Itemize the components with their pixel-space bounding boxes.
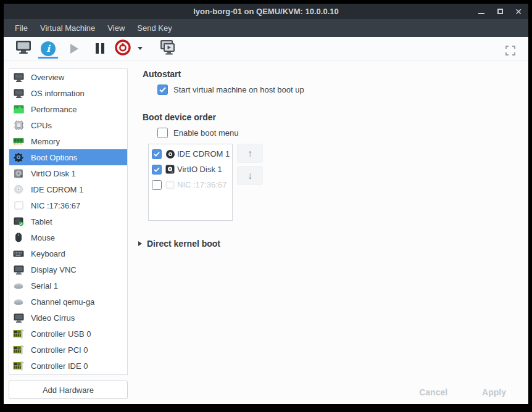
boot-device-row-nic-17-36-67[interactable]: NIC :17:36:67 <box>149 177 232 192</box>
sidebar-item-tablet[interactable]: Tablet <box>9 213 127 229</box>
boot-device-checkbox[interactable] <box>152 180 162 190</box>
check-icon <box>154 167 160 172</box>
sidebar-item-performance[interactable]: Performance <box>9 101 127 117</box>
menubar: File Virtual Machine View Send Key <box>4 19 528 37</box>
menu-file[interactable]: File <box>9 20 34 36</box>
sidebar-item-cpus[interactable]: CPUs <box>9 117 127 133</box>
sidebar-item-label: Overview <box>31 73 64 82</box>
disk-dark-icon <box>165 165 175 175</box>
arrow-down-icon: ↓ <box>247 170 252 181</box>
minimize-button[interactable] <box>476 7 486 17</box>
pci-icon <box>12 328 25 339</box>
close-button[interactable]: ✕ <box>513 7 523 17</box>
boot-menu-checkbox[interactable] <box>157 128 168 138</box>
boot-device-checkbox[interactable] <box>152 149 162 159</box>
sidebar-item-memory[interactable]: Memory <box>9 133 127 149</box>
screenshot-root: lyon-borg-01 on QEMU/KVM: 10.0.0.10 ✕ Fi… <box>0 0 532 412</box>
monitor-icon <box>12 264 25 275</box>
graphical-console-icon <box>15 40 31 57</box>
boot-order-heading: Boot device order <box>143 112 528 122</box>
boot-menu-label: Enable boot menu <box>173 128 239 138</box>
autostart-label: Start virtual machine on host boot up <box>173 85 304 94</box>
pause-button[interactable] <box>88 38 112 59</box>
main-body: OverviewOS informationPerformanceCPUsMem… <box>4 60 528 404</box>
sidebar-item-boot-options[interactable]: Boot Options <box>9 149 127 165</box>
sidebar-item-display-vnc[interactable]: Display VNC <box>9 262 127 278</box>
fullscreen-button[interactable] <box>505 41 516 62</box>
move-down-button[interactable]: ↓ <box>237 166 263 185</box>
action-footer: Cancel Apply <box>419 387 506 397</box>
serial-icon <box>12 296 25 307</box>
sidebar-item-os-information[interactable]: OS information <box>9 85 127 101</box>
monitor-icon <box>12 88 25 99</box>
sidebar-item-ide-cdrom-1[interactable]: IDE CDROM 1 <box>9 181 127 197</box>
expander-triangle-icon <box>138 241 142 246</box>
window-controls: ✕ <box>476 4 523 19</box>
direct-kernel-boot-expander[interactable]: Direct kernel boot <box>138 239 528 249</box>
sidebar-item-label: Mouse <box>31 233 55 242</box>
menu-view[interactable]: View <box>101 20 131 36</box>
pci-icon <box>12 344 25 355</box>
cpu-icon <box>12 120 25 131</box>
cancel-button[interactable]: Cancel <box>419 387 447 397</box>
sidebar-item-label: Controller USB 0 <box>31 329 91 339</box>
sidebar-item-label: Performance <box>31 105 77 114</box>
maximize-icon <box>497 9 503 14</box>
sidebar-item-label: Video Cirrus <box>31 313 75 323</box>
shutdown-menu-button[interactable] <box>133 38 147 59</box>
autostart-checkbox[interactable] <box>157 84 168 95</box>
virt-manager-window: lyon-borg-01 on QEMU/KVM: 10.0.0.10 ✕ Fi… <box>4 4 528 404</box>
cdrom-dark-icon <box>165 149 175 159</box>
sidebar-item-keyboard[interactable]: Keyboard <box>9 245 127 262</box>
pci-icon <box>12 360 25 371</box>
performance-icon <box>12 104 25 115</box>
boot-options-pane: Autostart Start virtual machine on host … <box>133 60 528 404</box>
titlebar[interactable]: lyon-borg-01 on QEMU/KVM: 10.0.0.10 ✕ <box>4 4 528 19</box>
boot-device-checkbox[interactable] <box>152 165 162 175</box>
apply-button[interactable]: Apply <box>482 387 506 397</box>
fullscreen-icon <box>505 45 516 59</box>
direct-kernel-boot-label: Direct kernel boot <box>147 239 220 249</box>
sidebar-item-label: Channel qemu-ga <box>31 297 94 307</box>
boot-device-row-virtio-disk-1[interactable]: VirtIO Disk 1 <box>149 162 232 177</box>
nic-icon <box>12 200 25 211</box>
sidebar-item-label: Keyboard <box>31 249 65 258</box>
shutdown-menu-caret-icon <box>138 47 143 50</box>
sidebar-item-controller-ide-0[interactable]: Controller IDE 0 <box>9 358 127 374</box>
sidebar-item-nic-17-36-67[interactable]: NIC :17:36:67 <box>9 197 127 213</box>
menu-virtual-machine[interactable]: Virtual Machine <box>34 20 101 36</box>
boot-device-label: VirtIO Disk 1 <box>177 165 222 174</box>
boot-device-list[interactable]: IDE CDROM 1VirtIO Disk 1NIC :17:36:67 <box>148 144 233 221</box>
toolbar: i <box>4 37 528 60</box>
boot-device-row-ide-cdrom-1[interactable]: IDE CDROM 1 <box>149 146 232 162</box>
show-console-button[interactable] <box>11 38 36 59</box>
move-up-button[interactable]: ↑ <box>237 144 263 163</box>
run-play-icon <box>70 44 78 54</box>
maximize-button[interactable] <box>495 7 505 17</box>
show-details-button[interactable]: i <box>36 38 60 59</box>
sidebar-item-video-cirrus[interactable]: Video Cirrus <box>9 310 127 326</box>
sidebar-item-overview[interactable]: Overview <box>9 69 127 85</box>
sidebar-item-controller-usb-0[interactable]: Controller USB 0 <box>9 326 127 342</box>
sidebar-item-label: Tablet <box>31 217 52 226</box>
shutdown-button[interactable] <box>112 38 133 59</box>
sidebar-item-label: IDE CDROM 1 <box>31 185 83 194</box>
run-button[interactable] <box>60 38 88 59</box>
menu-send-key[interactable]: Send Key <box>131 20 178 36</box>
sidebar-item-virtio-disk-1[interactable]: VirtIO Disk 1 <box>9 165 127 181</box>
monitor-icon <box>12 72 25 83</box>
cdrom-icon <box>12 184 25 195</box>
autostart-row: Start virtual machine on host boot up <box>157 84 528 95</box>
sidebar-item-mouse[interactable]: Mouse <box>9 229 127 245</box>
add-hardware-button[interactable]: Add Hardware <box>9 381 128 399</box>
console-displays-icon <box>159 39 176 58</box>
boot-device-label: NIC :17:36:67 <box>177 180 227 189</box>
sidebar-item-serial-1[interactable]: Serial 1 <box>9 278 127 294</box>
hardware-list[interactable]: OverviewOS informationPerformanceCPUsMem… <box>9 68 128 375</box>
pause-icon <box>96 43 99 54</box>
autostart-heading: Autostart <box>143 69 528 79</box>
console-windows-button[interactable] <box>153 38 181 59</box>
sidebar-item-controller-pci-0[interactable]: Controller PCI 0 <box>9 342 127 358</box>
sidebar-item-channel-qemu-ga[interactable]: Channel qemu-ga <box>9 294 127 310</box>
check-icon <box>154 152 160 157</box>
